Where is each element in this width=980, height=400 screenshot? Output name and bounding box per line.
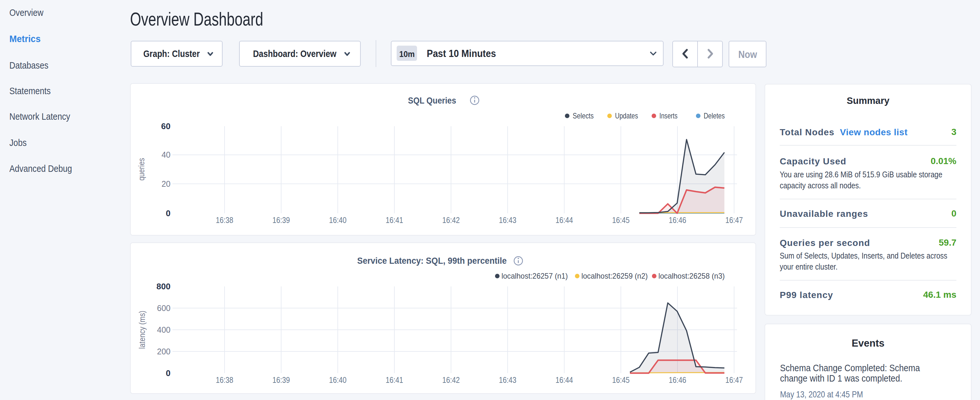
- svg-text:200: 200: [157, 347, 170, 356]
- svg-text:Updates: Updates: [615, 112, 638, 120]
- svg-text:16:43: 16:43: [499, 215, 516, 225]
- svg-text:16:46: 16:46: [669, 215, 686, 225]
- svg-text:16:47: 16:47: [725, 375, 743, 384]
- svg-text:60: 60: [161, 121, 170, 131]
- svg-text:16:39: 16:39: [272, 215, 290, 225]
- svg-text:16:40: 16:40: [329, 375, 347, 384]
- svg-text:16:39: 16:39: [272, 375, 290, 384]
- svg-text:16:38: 16:38: [216, 375, 233, 384]
- svg-text:40: 40: [161, 150, 170, 159]
- svg-text:Inserts: Inserts: [659, 112, 678, 120]
- svg-text:16:41: 16:41: [386, 215, 403, 225]
- svg-text:Selects: Selects: [573, 112, 594, 120]
- svg-text:16:47: 16:47: [725, 215, 743, 225]
- svg-text:16:42: 16:42: [442, 215, 460, 225]
- svg-text:16:45: 16:45: [612, 215, 630, 225]
- svg-text:16:44: 16:44: [555, 215, 573, 225]
- svg-text:600: 600: [157, 304, 170, 312]
- svg-text:16:43: 16:43: [499, 375, 516, 384]
- svg-text:16:46: 16:46: [669, 375, 686, 384]
- svg-text:16:42: 16:42: [442, 375, 460, 384]
- svg-text:0: 0: [166, 209, 170, 218]
- svg-text:SQL Queries: SQL Queries: [408, 96, 456, 105]
- svg-text:16:40: 16:40: [329, 215, 347, 225]
- svg-text:localhost:26259 (n2): localhost:26259 (n2): [581, 271, 648, 280]
- svg-text:20: 20: [161, 179, 170, 188]
- svg-text:localhost:26257 (n1): localhost:26257 (n1): [501, 271, 568, 280]
- svg-text:queries: queries: [137, 158, 146, 180]
- svg-text:Deletes: Deletes: [704, 112, 725, 120]
- svg-text:16:38: 16:38: [216, 215, 233, 225]
- svg-text:Service Latency: SQL, 99th per: Service Latency: SQL, 99th percentile: [357, 256, 507, 266]
- svg-text:800: 800: [157, 282, 170, 291]
- svg-text:localhost:26258 (n3): localhost:26258 (n3): [659, 271, 725, 280]
- svg-text:latency (ms): latency (ms): [137, 311, 147, 349]
- svg-text:400: 400: [157, 325, 170, 334]
- svg-text:16:41: 16:41: [386, 375, 403, 384]
- svg-text:0: 0: [166, 368, 170, 378]
- svg-text:16:44: 16:44: [555, 375, 573, 384]
- svg-text:16:45: 16:45: [612, 375, 630, 384]
